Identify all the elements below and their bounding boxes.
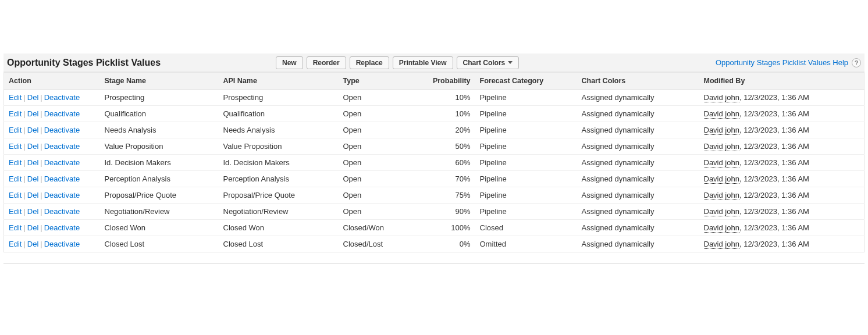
separator: |	[38, 207, 44, 216]
chart-colors-label: Chart Colors	[463, 58, 506, 67]
forecast-category-cell: Pipeline	[475, 155, 577, 171]
action-cell: Edit|Del|Deactivate	[4, 106, 100, 122]
chart-colors-cell: Assigned dynamically	[577, 138, 699, 155]
chart-colors-cell: Assigned dynamically	[577, 220, 699, 236]
table-row: Edit|Del|DeactivateClosed WonClosed WonC…	[4, 220, 865, 236]
modified-by-user-link[interactable]: David john	[704, 93, 739, 102]
action-cell: Edit|Del|Deactivate	[4, 155, 100, 171]
table-row: Edit|Del|DeactivateQualificationQualific…	[4, 106, 865, 122]
edit-link[interactable]: Edit	[9, 93, 22, 102]
modified-by-user-link[interactable]: David john	[704, 223, 739, 233]
deactivate-link[interactable]: Deactivate	[44, 158, 80, 167]
action-cell: Edit|Del|Deactivate	[4, 122, 100, 138]
modified-by-cell: David john, 12/3/2023, 1:36 AM	[699, 204, 865, 220]
replace-button[interactable]: Replace	[350, 56, 389, 69]
reorder-button[interactable]: Reorder	[307, 56, 346, 69]
deactivate-link[interactable]: Deactivate	[44, 126, 80, 134]
deactivate-link[interactable]: Deactivate	[44, 207, 80, 216]
del-link[interactable]: Del	[27, 142, 39, 151]
type-cell: Open	[339, 171, 426, 187]
modified-by-cell: David john, 12/3/2023, 1:36 AM	[699, 122, 865, 138]
deactivate-link[interactable]: Deactivate	[44, 93, 80, 102]
edit-link[interactable]: Edit	[9, 240, 22, 248]
deactivate-link[interactable]: Deactivate	[44, 174, 80, 183]
table-row: Edit|Del|DeactivateId. Decision MakersId…	[4, 155, 865, 171]
col-modified-by: Modified By	[699, 73, 865, 90]
probability-cell: 90%	[426, 204, 475, 220]
api-name-cell: Id. Decision Makers	[219, 155, 339, 171]
printable-view-button[interactable]: Printable View	[393, 56, 453, 69]
chart-colors-dropdown[interactable]: Chart Colors	[457, 56, 520, 69]
stage-name-cell: Negotiation/Review	[100, 204, 219, 220]
del-link[interactable]: Del	[27, 191, 39, 199]
stage-name-cell: Perception Analysis	[100, 171, 219, 187]
del-link[interactable]: Del	[27, 109, 39, 118]
col-stage-name: Stage Name	[100, 73, 219, 90]
edit-link[interactable]: Edit	[9, 207, 22, 216]
new-button[interactable]: New	[276, 56, 303, 69]
type-cell: Open	[339, 187, 426, 204]
table-row: Edit|Del|DeactivateProposal/Price QuoteP…	[4, 187, 865, 204]
modified-by-timestamp: , 12/3/2023, 1:36 AM	[739, 207, 809, 216]
del-link[interactable]: Del	[27, 126, 39, 134]
modified-by-user-link[interactable]: David john	[704, 174, 739, 184]
forecast-category-cell: Pipeline	[475, 106, 577, 122]
forecast-category-cell: Pipeline	[475, 90, 577, 106]
table-row: Edit|Del|DeactivateNeeds AnalysisNeeds A…	[4, 122, 865, 138]
del-link[interactable]: Del	[27, 240, 39, 248]
col-probability: Probability	[426, 73, 475, 90]
modified-by-timestamp: , 12/3/2023, 1:36 AM	[739, 223, 809, 232]
edit-link[interactable]: Edit	[9, 174, 22, 183]
section-divider	[3, 263, 865, 264]
modified-by-timestamp: , 12/3/2023, 1:36 AM	[739, 142, 809, 151]
modified-by-user-link[interactable]: David john	[704, 191, 739, 200]
help-link[interactable]: Opportunity Stages Picklist Values Help	[716, 58, 848, 67]
modified-by-user-link[interactable]: David john	[704, 158, 739, 168]
del-link[interactable]: Del	[27, 207, 39, 216]
separator: |	[22, 191, 27, 199]
edit-link[interactable]: Edit	[9, 142, 22, 151]
stage-name-cell: Prospecting	[100, 90, 219, 106]
modified-by-user-link[interactable]: David john	[704, 207, 739, 216]
del-link[interactable]: Del	[27, 223, 39, 232]
edit-link[interactable]: Edit	[9, 126, 22, 134]
stage-name-cell: Proposal/Price Quote	[100, 187, 219, 204]
type-cell: Closed/Won	[339, 220, 426, 236]
deactivate-link[interactable]: Deactivate	[44, 142, 80, 151]
modified-by-user-link[interactable]: David john	[704, 126, 739, 135]
deactivate-link[interactable]: Deactivate	[44, 223, 80, 232]
del-link[interactable]: Del	[27, 93, 39, 102]
type-cell: Open	[339, 138, 426, 155]
edit-link[interactable]: Edit	[9, 158, 22, 167]
deactivate-link[interactable]: Deactivate	[44, 191, 80, 199]
del-link[interactable]: Del	[27, 174, 39, 183]
modified-by-cell: David john, 12/3/2023, 1:36 AM	[699, 90, 865, 106]
del-link[interactable]: Del	[27, 158, 39, 167]
stage-name-cell: Id. Decision Makers	[100, 155, 219, 171]
edit-link[interactable]: Edit	[9, 109, 22, 118]
forecast-category-cell: Pipeline	[475, 138, 577, 155]
type-cell: Open	[339, 122, 426, 138]
forecast-category-cell: Pipeline	[475, 171, 577, 187]
edit-link[interactable]: Edit	[9, 223, 22, 232]
help-icon[interactable]: ?	[852, 58, 861, 67]
separator: |	[38, 223, 44, 232]
chart-colors-cell: Assigned dynamically	[577, 236, 699, 252]
table-row: Edit|Del|DeactivateProspectingProspectin…	[4, 90, 865, 106]
separator: |	[38, 93, 44, 102]
modified-by-user-link[interactable]: David john	[704, 109, 739, 119]
deactivate-link[interactable]: Deactivate	[44, 109, 80, 118]
col-api-name: API Name	[219, 73, 339, 90]
probability-cell: 10%	[426, 106, 475, 122]
table-row: Edit|Del|DeactivateClosed LostClosed Los…	[4, 236, 865, 252]
edit-link[interactable]: Edit	[9, 191, 22, 199]
modified-by-user-link[interactable]: David john	[704, 142, 739, 151]
chart-colors-cell: Assigned dynamically	[577, 187, 699, 204]
separator: |	[22, 223, 27, 232]
modified-by-user-link[interactable]: David john	[704, 240, 739, 249]
deactivate-link[interactable]: Deactivate	[44, 240, 80, 248]
modified-by-cell: David john, 12/3/2023, 1:36 AM	[699, 138, 865, 155]
separator: |	[22, 126, 27, 134]
chart-colors-cell: Assigned dynamically	[577, 204, 699, 220]
forecast-category-cell: Pipeline	[475, 187, 577, 204]
